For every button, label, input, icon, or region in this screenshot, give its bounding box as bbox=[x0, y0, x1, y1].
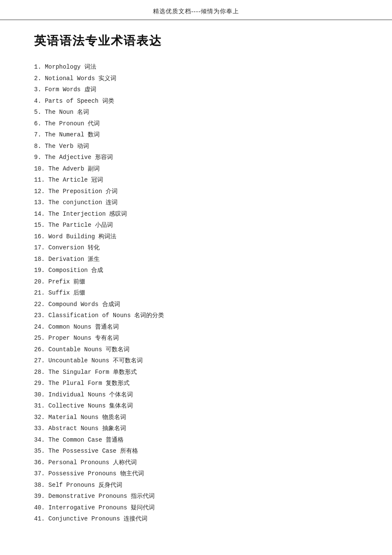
list-item: 32. Material Nouns 物质名词 bbox=[34, 412, 358, 423]
list-item: 36. Personal Pronouns 人称代词 bbox=[34, 457, 358, 468]
list-item: 16. Word Building 构词法 bbox=[34, 231, 358, 242]
list-item: 11. The Article 冠词 bbox=[34, 175, 358, 185]
list-item: 3. Form Words 虚词 bbox=[34, 84, 358, 95]
list-item: 39. Demonstrative Pronouns 指示代词 bbox=[34, 491, 358, 502]
content-area: 英语语法专业术语表达 1. Morphology 词法2. Notional W… bbox=[0, 20, 392, 542]
list-item: 12. The Preposition 介词 bbox=[34, 186, 358, 197]
list-item: 34. The Common Case 普通格 bbox=[34, 435, 358, 445]
list-item: 35. The Possessive Case 所有格 bbox=[34, 446, 358, 457]
list-item: 10. The Adverb 副词 bbox=[34, 164, 358, 174]
list-item: 37. Possessive Pronouns 物主代词 bbox=[34, 468, 358, 479]
list-item: 28. The Singular Form 单数形式 bbox=[34, 367, 358, 378]
list-item: 2. Notional Words 实义词 bbox=[34, 73, 358, 84]
list-item: 22. Compound Words 合成词 bbox=[34, 299, 358, 310]
page: 精选优质文档----倾情为你奉上 英语语法专业术语表达 1. Morpholog… bbox=[0, 0, 392, 555]
list-item: 38. Self Pronouns 反身代词 bbox=[34, 480, 358, 491]
list-item: 17. Conversion 转化 bbox=[34, 243, 358, 253]
list-item: 1. Morphology 词法 bbox=[34, 62, 358, 72]
list-item: 15. The Particle 小品词 bbox=[34, 220, 358, 231]
page-title: 英语语法专业术语表达 bbox=[34, 33, 358, 49]
list-item: 20. Prefix 前缀 bbox=[34, 277, 358, 287]
list-item: 5. The Noun 名词 bbox=[34, 107, 358, 118]
item-list: 1. Morphology 词法2. Notional Words 实义词3. … bbox=[34, 62, 358, 524]
list-item: 14. The Interjection 感叹词 bbox=[34, 209, 358, 220]
list-item: 25. Proper Nouns 专有名词 bbox=[34, 333, 358, 344]
list-item: 8. The Verb 动词 bbox=[34, 141, 358, 152]
header-text: 精选优质文档----倾情为你奉上 bbox=[153, 8, 239, 14]
list-item: 41. Conjunctive Pronouns 连接代词 bbox=[34, 514, 358, 524]
list-item: 21. Suffix 后缀 bbox=[34, 288, 358, 298]
list-item: 4. Parts of Speech 词类 bbox=[34, 96, 358, 107]
list-item: 29. The Plural Form 复数形式 bbox=[34, 378, 358, 389]
list-item: 30. Individual Nouns 个体名词 bbox=[34, 390, 358, 400]
list-item: 31. Collective Nouns 集体名词 bbox=[34, 401, 358, 411]
list-item: 13. The conjunction 连词 bbox=[34, 197, 358, 208]
list-item: 27. Uncountable Nouns 不可数名词 bbox=[34, 356, 358, 366]
list-item: 40. Interrogative Pronouns 疑问代词 bbox=[34, 503, 358, 513]
list-item: 23. Classification of Nouns 名词的分类 bbox=[34, 310, 358, 321]
list-item: 19. Composition 合成 bbox=[34, 265, 358, 276]
list-item: 9. The Adjective 形容词 bbox=[34, 152, 358, 163]
list-item: 7. The Numeral 数词 bbox=[34, 130, 358, 140]
list-item: 26. Countable Nouns 可数名词 bbox=[34, 344, 358, 355]
list-item: 18. Derivation 派生 bbox=[34, 254, 358, 265]
list-item: 24. Common Nouns 普通名词 bbox=[34, 322, 358, 332]
header-bar: 精选优质文档----倾情为你奉上 bbox=[0, 0, 392, 20]
list-item: 33. Abstract Nouns 抽象名词 bbox=[34, 423, 358, 434]
list-item: 6. The Pronoun 代词 bbox=[34, 119, 358, 129]
